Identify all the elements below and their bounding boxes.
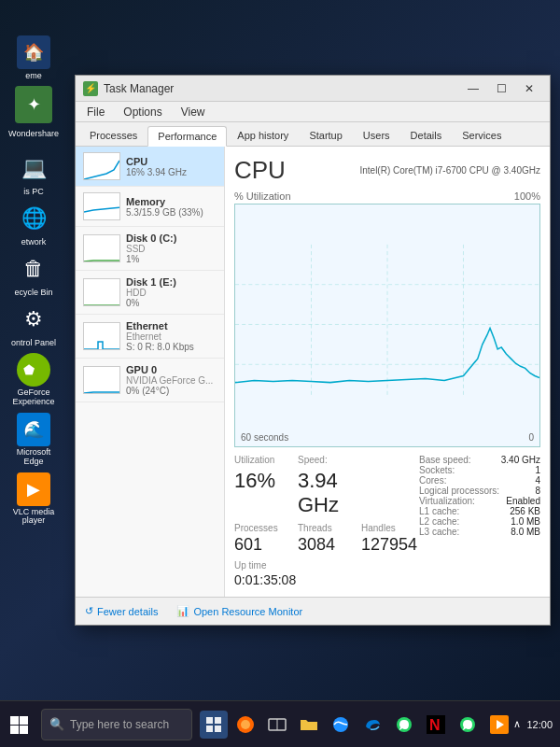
cpu-graph: 60 seconds 0 xyxy=(234,204,540,447)
taskbar-app-icons: N xyxy=(200,711,513,739)
value-processes: 601 xyxy=(234,535,292,555)
taskbar-icon-cortana[interactable] xyxy=(231,711,259,739)
gpu-model: NVIDIA GeForce G... xyxy=(126,375,217,386)
resource-gpu[interactable]: GPU 0 NVIDIA GeForce G... 0% (24°C) xyxy=(76,359,224,402)
start-button[interactable] xyxy=(0,701,37,748)
sidebar-label-home: eme xyxy=(25,71,42,80)
system-tray: ∧ xyxy=(513,718,521,730)
taskbar-icon-tasklist[interactable] xyxy=(200,711,228,739)
tm-footer: ↺ Fewer details 📊 Open Resource Monitor xyxy=(76,597,550,625)
val-virtualization: Enabled xyxy=(506,496,540,506)
key-sockets: Sockets: xyxy=(419,465,455,475)
svg-text:⬟: ⬟ xyxy=(23,362,35,377)
svg-point-16 xyxy=(241,720,250,729)
close-button[interactable]: ✕ xyxy=(516,79,542,98)
tab-performance[interactable]: Performance xyxy=(147,126,227,147)
taskbar-icon-whatsapp2[interactable] xyxy=(454,711,482,739)
memory-sub: 5.3/15.9 GB (33%) xyxy=(126,207,217,218)
search-icon: 🔍 xyxy=(49,717,64,731)
window-controls: — ☐ ✕ xyxy=(460,79,542,98)
sidebar-item-thispc[interactable]: 💻 is PC xyxy=(4,151,63,196)
svg-rect-12 xyxy=(215,717,221,724)
menu-file[interactable]: File xyxy=(79,104,112,120)
stats-section: Utilization Speed: 16% 3.94 GHz Processe… xyxy=(234,455,540,587)
cpu-sub: 16% 3.94 GHz xyxy=(126,167,217,177)
resource-ethernet[interactable]: Ethernet Ethernet S: 0 R: 8.0 Kbps xyxy=(76,315,224,359)
fewer-details-link[interactable]: ↺ Fewer details xyxy=(85,605,158,617)
resource-disk1[interactable]: Disk 1 (E:) HDD 0% xyxy=(76,271,224,315)
resource-list: CPU 16% 3.94 GHz Memory 5.3/15.9 GB (33%… xyxy=(76,147,225,597)
tab-apphistory[interactable]: App history xyxy=(227,125,299,146)
sidebar-item-edge[interactable]: 🌊 MicrosoftEdge xyxy=(4,413,63,467)
sidebar-label-geforce: GeForceExperience xyxy=(12,388,54,407)
taskbar-icon-netflix[interactable]: N xyxy=(422,711,450,739)
taskbar-icon-edge[interactable] xyxy=(358,711,386,739)
sidebar-item-recyclebin[interactable]: 🗑 ecycle Bin xyxy=(4,252,63,297)
disk0-info: Disk 0 (C:) SSD 1% xyxy=(126,233,217,264)
ethernet-speed: S: 0 R: 8.0 Kbps xyxy=(126,342,217,352)
open-resource-monitor-link[interactable]: 📊 Open Resource Monitor xyxy=(176,605,302,617)
window-title: Task Manager xyxy=(104,82,460,95)
taskbar-icon-browser1[interactable] xyxy=(327,711,355,739)
taskmanager-icon: ⚡ xyxy=(83,81,98,96)
tab-users[interactable]: Users xyxy=(353,125,400,146)
resource-disk0[interactable]: Disk 0 (C:) SSD 1% xyxy=(76,227,224,271)
stats-left: Utilization Speed: 16% 3.94 GHz Processe… xyxy=(234,455,419,587)
taskbar-icon-taskview[interactable] xyxy=(263,711,291,739)
graph-label-seconds: 60 seconds xyxy=(241,432,288,443)
network-icon: 🌐 xyxy=(17,202,50,235)
sidebar-item-geforce[interactable]: ⬟ GeForceExperience xyxy=(4,353,63,407)
row-basespeed: Base speed: 3.40 GHz xyxy=(419,455,540,465)
menu-options[interactable]: Options xyxy=(116,104,169,120)
sidebar-item-controlpanel[interactable]: ⚙ ontrol Panel xyxy=(4,303,63,347)
taskbar-icon-folder[interactable] xyxy=(295,711,323,739)
taskbar-search[interactable]: 🔍 Type here to search xyxy=(41,709,192,740)
home-icon: 🏠 xyxy=(17,35,50,69)
label-handles: Handles xyxy=(361,523,419,533)
refresh-icon: ↺ xyxy=(85,605,93,617)
disk1-name: Disk 1 (E:) xyxy=(126,276,217,288)
thispc-icon: 💻 xyxy=(17,151,50,185)
val-l1: 256 KB xyxy=(510,506,540,516)
svg-rect-14 xyxy=(215,726,221,732)
utilization-max: 100% xyxy=(514,190,540,202)
val-sockets: 1 xyxy=(535,465,540,475)
maximize-button[interactable]: ☐ xyxy=(488,79,514,98)
menu-view[interactable]: View xyxy=(174,104,213,120)
gpu-name: GPU 0 xyxy=(126,364,217,375)
tab-details[interactable]: Details xyxy=(400,125,453,146)
memory-minicard xyxy=(83,192,120,220)
utilization-label-text: % Utilization xyxy=(234,190,291,202)
label-processes: Processes xyxy=(234,523,292,533)
stats-right: Base speed: 3.40 GHz Sockets: 1 Cores: 4 xyxy=(419,455,540,587)
cpu-title-large: CPU xyxy=(234,156,286,185)
label-speed: Speed: xyxy=(298,455,356,465)
ethernet-minicard xyxy=(83,322,120,350)
tab-startup[interactable]: Startup xyxy=(299,125,352,146)
resource-memory[interactable]: Memory 5.3/15.9 GB (33%) xyxy=(76,187,224,227)
label-threads: Threads xyxy=(298,523,356,533)
recyclebin-icon: 🗑 xyxy=(17,252,50,286)
controlpanel-icon: ⚙ xyxy=(17,303,50,336)
tab-services[interactable]: Services xyxy=(452,125,511,146)
task-manager-window: ⚡ Task Manager — ☐ ✕ File Options View P… xyxy=(75,75,551,626)
wondershare-icon[interactable]: ✦ xyxy=(15,86,52,123)
sidebar-item-home[interactable]: 🏠 eme xyxy=(4,35,63,80)
desktop: 🏠 eme ✦ Wondershare 💻 is PC 🌐 etwork 🗑 e… xyxy=(0,0,560,747)
key-l2: L2 cache: xyxy=(419,516,459,527)
taskbar-icon-whatsapp[interactable] xyxy=(390,711,418,739)
sidebar-item-vlc[interactable]: ▶ VLC mediaplayer xyxy=(4,472,63,527)
val-cores: 4 xyxy=(535,475,540,486)
val-logical: 8 xyxy=(535,486,540,496)
svg-rect-11 xyxy=(206,717,213,724)
svg-rect-8 xyxy=(20,716,28,725)
cpu-header: CPU Intel(R) Core(TM) i7-6700 CPU @ 3.40… xyxy=(234,156,540,185)
taskbar-icon-vlc[interactable] xyxy=(485,711,513,739)
sidebar-label-thispc: is PC xyxy=(23,187,44,196)
svg-text:N: N xyxy=(429,717,441,733)
tab-processes[interactable]: Processes xyxy=(79,125,147,146)
svg-rect-10 xyxy=(20,726,28,734)
minimize-button[interactable]: — xyxy=(460,79,486,98)
resource-cpu[interactable]: CPU 16% 3.94 GHz xyxy=(76,147,224,187)
sidebar-item-network[interactable]: 🌐 etwork xyxy=(4,202,63,247)
